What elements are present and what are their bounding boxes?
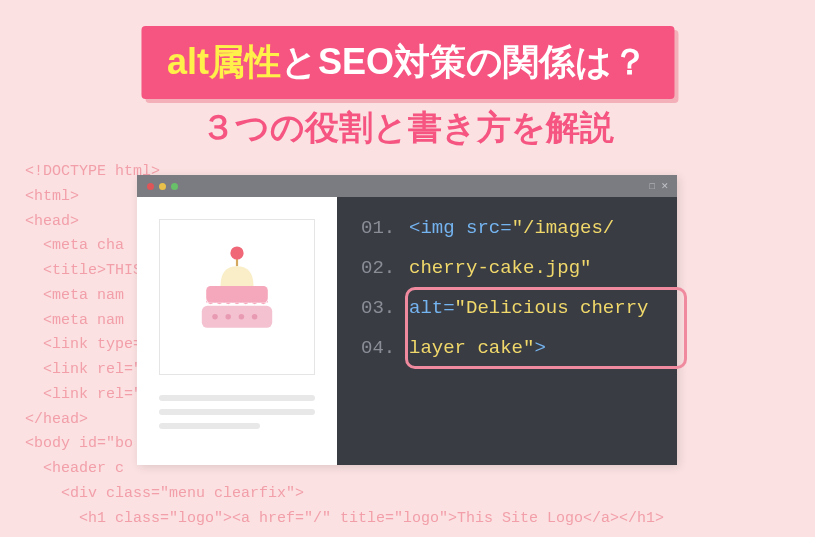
code-line-4: 04. layer cake"> [361,337,653,359]
code-line-2: 02. cherry-cake.jpg" [361,257,653,279]
placeholder-line [159,395,315,401]
code-line-1: 01. <img src="/images/ [361,217,653,239]
window-controls [147,183,178,190]
code-content: alt="Delicious cherry [409,297,648,319]
browser-body: 01. <img src="/images/ 02. cherry-cake.j… [137,197,677,465]
maximize-dot-icon [171,183,178,190]
line-number: 03. [361,297,409,319]
code-pane: 01. <img src="/images/ 02. cherry-cake.j… [337,197,677,465]
minimize-dot-icon [159,183,166,190]
subtitle: ３つの役割と書き方を解説 [201,105,614,151]
line-number: 04. [361,337,409,359]
svg-point-5 [225,314,231,320]
placeholder-line [159,423,260,429]
cake-image-placeholder [159,219,315,375]
title-rest: とSEO対策の関係は？ [281,41,648,82]
text-placeholder-lines [159,395,315,429]
code-content: cherry-cake.jpg" [409,257,591,279]
cherry-cake-icon [182,242,292,352]
placeholder-line [159,409,315,415]
page-preview-pane [137,197,337,465]
svg-point-1 [230,246,243,259]
browser-titlebar: □ ✕ [137,175,677,197]
code-content: <img src="/images/ [409,217,614,239]
svg-point-6 [239,314,245,320]
svg-point-4 [212,314,218,320]
browser-mockup: □ ✕ [137,175,677,465]
title-highlight: alt属性 [167,41,281,82]
code-line-3: 03. alt="Delicious cherry [361,297,653,319]
line-number: 02. [361,257,409,279]
window-close-icon: ✕ [661,181,669,191]
window-min-icon: □ [650,181,655,191]
close-dot-icon [147,183,154,190]
window-right-controls: □ ✕ [650,181,669,191]
title-banner: alt属性とSEO対策の関係は？ [141,26,674,99]
code-content: layer cake"> [409,337,546,359]
svg-point-7 [252,314,258,320]
svg-rect-2 [206,286,268,303]
line-number: 01. [361,217,409,239]
